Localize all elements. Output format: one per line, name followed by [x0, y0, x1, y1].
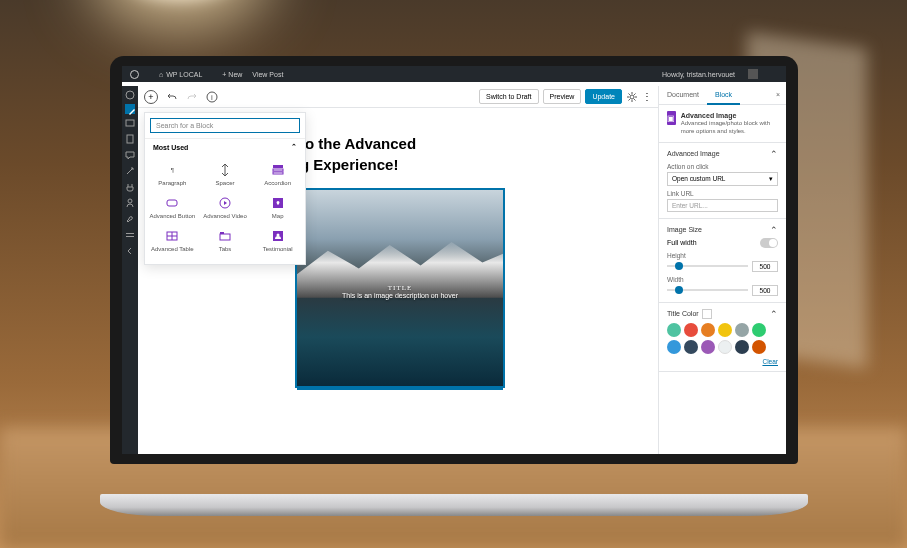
width-slider[interactable]	[667, 289, 748, 291]
video-icon	[218, 196, 232, 210]
switch-draft-button[interactable]: Switch to Draft	[479, 89, 539, 104]
clear-color-link[interactable]: Clear	[667, 358, 778, 365]
height-input[interactable]: 500	[752, 261, 778, 272]
media-icon[interactable]	[125, 118, 135, 128]
appearance-icon[interactable]	[125, 166, 135, 176]
color-swatch[interactable]	[667, 340, 681, 354]
block-type-icon: ▣	[667, 111, 676, 125]
comments-icon[interactable]	[125, 150, 135, 160]
block-adv-table[interactable]: Advanced Table	[147, 225, 198, 256]
preview-button[interactable]: Preview	[543, 89, 582, 104]
width-label: Width	[667, 276, 778, 283]
block-name: Advanced Image	[681, 111, 778, 120]
update-button[interactable]: Update	[585, 89, 622, 104]
block-description: Advanced image/photo block with more opt…	[681, 120, 770, 134]
tab-document[interactable]: Document	[659, 86, 707, 104]
panel-image-size[interactable]: Image Size⌃	[667, 225, 778, 235]
chevron-up-icon: ⌃	[770, 309, 778, 319]
color-swatch[interactable]	[752, 340, 766, 354]
color-swatch[interactable]	[718, 340, 732, 354]
block-inserter-popover: Search for a Block Most Used⌃ ¶Paragraph…	[144, 112, 306, 265]
svg-rect-11	[273, 172, 283, 174]
color-palette	[667, 319, 778, 358]
block-search-input[interactable]: Search for a Block	[150, 118, 300, 133]
pages-icon[interactable]	[125, 134, 135, 144]
wp-admin-bar[interactable]: ⌂ WP LOCAL + New View Post Howdy, trista…	[122, 66, 786, 82]
fullwidth-toggle[interactable]	[760, 238, 778, 248]
color-swatch[interactable]	[735, 323, 749, 337]
image-desc-overlay: This is an image description on hover	[297, 292, 503, 299]
height-label: Height	[667, 252, 778, 259]
site-name[interactable]: ⌂ WP LOCAL	[159, 71, 212, 78]
table-icon	[165, 229, 179, 243]
dashboard-icon[interactable]	[125, 90, 135, 100]
svg-point-3	[128, 199, 132, 203]
spacer-icon	[218, 163, 232, 177]
block-paragraph[interactable]: ¶Paragraph	[147, 159, 198, 190]
collapse-icon[interactable]	[125, 246, 135, 256]
close-sidebar-icon[interactable]: ×	[770, 86, 786, 104]
redo-icon[interactable]	[186, 91, 198, 103]
color-swatch[interactable]	[701, 340, 715, 354]
plugins-icon[interactable]	[125, 182, 135, 192]
add-block-button[interactable]: +	[144, 90, 158, 104]
posts-icon[interactable]	[125, 104, 135, 114]
svg-rect-12	[167, 200, 177, 206]
admin-menu-rail[interactable]	[122, 86, 138, 454]
panel-title-color[interactable]: Title Color⌃	[667, 309, 778, 319]
svg-point-0	[126, 91, 134, 99]
wordpress-editor: ⌂ WP LOCAL + New View Post Howdy, trista…	[122, 66, 786, 454]
block-spacer[interactable]: Spacer	[200, 159, 251, 190]
color-swatch[interactable]	[752, 323, 766, 337]
action-label: Action on click	[667, 163, 778, 170]
block-accordion[interactable]: Accordion	[252, 159, 303, 190]
height-slider[interactable]	[667, 265, 748, 267]
view-post[interactable]: View Post	[252, 71, 283, 78]
svg-rect-1	[126, 120, 134, 126]
color-swatch[interactable]	[684, 340, 698, 354]
info-icon[interactable]: i	[206, 91, 218, 103]
svg-rect-10	[273, 169, 283, 171]
chevron-down-icon: ▾	[769, 175, 773, 183]
gear-icon[interactable]	[626, 91, 638, 103]
current-color-swatch	[702, 309, 712, 319]
testimonial-icon	[271, 229, 285, 243]
editor-toolbar: + i Switch to Draft Preview Update ⋮	[138, 86, 658, 108]
color-swatch[interactable]	[735, 340, 749, 354]
advanced-image-block[interactable]: TITLE This is an image description on ho…	[296, 189, 504, 387]
url-label: Link URL	[667, 190, 778, 197]
color-swatch[interactable]	[684, 323, 698, 337]
block-testimonial[interactable]: Testimonial	[252, 225, 303, 256]
image-title-overlay: TITLE	[297, 284, 503, 292]
block-tabs[interactable]: Tabs	[200, 225, 251, 256]
panel-advanced-image[interactable]: Advanced Image⌃	[667, 149, 778, 159]
settings-icon[interactable]	[125, 230, 135, 240]
color-swatch[interactable]	[667, 323, 681, 337]
post-title[interactable]: to the Advancedg Experience!	[300, 134, 638, 175]
howdy-user[interactable]: Howdy, tristan.hervouet	[662, 69, 768, 79]
block-map[interactable]: Map	[252, 192, 303, 223]
block-adv-button[interactable]: Advanced Button	[147, 192, 198, 223]
link-url-input[interactable]: Enter URL...	[667, 199, 778, 212]
button-icon	[165, 196, 179, 210]
wp-logo-icon[interactable]	[130, 70, 149, 79]
tab-block[interactable]: Block	[707, 86, 740, 105]
tools-icon[interactable]	[125, 214, 135, 224]
laptop-base	[100, 494, 808, 516]
svg-text:i: i	[211, 93, 213, 102]
width-input[interactable]: 500	[752, 285, 778, 296]
new-content[interactable]: + New	[222, 71, 242, 78]
svg-rect-17	[220, 232, 224, 234]
action-select[interactable]: Open custom URL▾	[667, 172, 778, 186]
color-swatch[interactable]	[718, 323, 732, 337]
fullwidth-label: Full width	[667, 239, 697, 246]
color-swatch[interactable]	[701, 323, 715, 337]
users-icon[interactable]	[125, 198, 135, 208]
undo-icon[interactable]	[166, 91, 178, 103]
chevron-up-icon: ⌃	[770, 149, 778, 159]
category-most-used[interactable]: Most Used⌃	[145, 138, 305, 155]
settings-sidebar: Document Block × ▣ Advanced ImageAdvance…	[658, 86, 786, 454]
block-adv-video[interactable]: Advanced Video	[200, 192, 251, 223]
paragraph-icon: ¶	[165, 163, 179, 177]
more-icon[interactable]: ⋮	[642, 91, 652, 102]
